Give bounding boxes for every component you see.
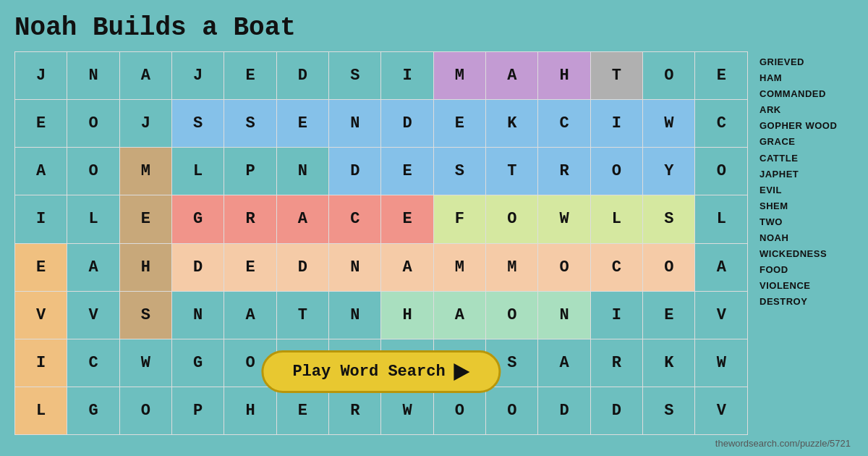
grid-cell: N — [172, 291, 224, 339]
grid-cell: D — [329, 148, 381, 195]
grid-cell: S — [329, 52, 381, 100]
grid-cell: P — [172, 387, 224, 434]
grid-cell: W — [119, 339, 171, 387]
grid-cell: S — [119, 291, 171, 339]
grid-cell: F — [433, 195, 485, 243]
grid-cell: D — [381, 100, 433, 148]
grid-cell: O — [67, 100, 119, 148]
grid-cell: D — [538, 387, 590, 434]
grid-cell: D — [172, 243, 224, 291]
grid-cell: V — [15, 291, 67, 339]
word-list-item: COMMANDED — [760, 86, 854, 102]
grid-cell: E — [224, 243, 276, 291]
word-list-item: ARK — [760, 102, 854, 118]
grid-cell: S — [643, 195, 695, 243]
grid-cell: I — [590, 291, 642, 339]
word-list: GRIEVEDHAMCOMMANDEDARKGOPHER WOODGRACECA… — [760, 51, 854, 435]
grid-cell: E — [15, 100, 67, 148]
grid-cell: A — [119, 52, 171, 100]
grid-cell: O — [590, 148, 642, 195]
grid-cell: D — [276, 52, 328, 100]
grid-cell: M — [433, 52, 485, 100]
grid-cell: S — [224, 100, 276, 148]
grid-cell: N — [329, 100, 381, 148]
grid-cell: O — [695, 148, 748, 195]
page-title: Noah Builds a Boat — [14, 13, 854, 43]
grid-cell: C — [329, 195, 381, 243]
grid-cell: P — [224, 148, 276, 195]
word-list-item: TWO — [760, 214, 854, 230]
word-list-item: VIOLENCE — [760, 278, 854, 294]
grid-cell: K — [486, 100, 538, 148]
word-list-item: WICKEDNESS — [760, 246, 854, 262]
grid-cell: S — [433, 148, 485, 195]
grid-cell: C — [695, 100, 748, 148]
grid-cell: E — [643, 291, 695, 339]
grid-cell: S — [643, 387, 695, 434]
word-list-item: JAPHET — [760, 166, 854, 182]
play-icon — [454, 363, 470, 381]
grid-cell: N — [276, 148, 328, 195]
grid-cell: E — [119, 195, 171, 243]
grid-cell: W — [538, 195, 590, 243]
grid-cell: J — [172, 52, 224, 100]
play-word-search-button[interactable]: Play Word Search — [261, 350, 501, 393]
play-button-label: Play Word Search — [292, 363, 445, 381]
grid-cell: O — [433, 387, 485, 434]
grid-cell: E — [381, 195, 433, 243]
word-list-item: NOAH — [760, 230, 854, 246]
grid-cell: H — [224, 387, 276, 434]
grid-cell: T — [590, 52, 642, 100]
grid-cell: E — [276, 100, 328, 148]
grid-cell: E — [224, 52, 276, 100]
play-button-overlay[interactable]: Play Word Search — [261, 350, 501, 393]
grid-cell: W — [695, 339, 748, 387]
grid-cell: L — [172, 148, 224, 195]
word-list-item: SHEM — [760, 198, 854, 214]
grid-cell: J — [15, 52, 67, 100]
grid-cell: D — [590, 387, 642, 434]
grid-wrapper: JNAJEDSIMAHTOEEOJSSENDEKCIWCAOMLPNDESTRO… — [14, 51, 748, 435]
grid-cell: L — [67, 195, 119, 243]
main-container: Noah Builds a Boat JNAJEDSIMAHTOEEOJSSEN… — [0, 0, 868, 456]
grid-cell: I — [590, 100, 642, 148]
grid-cell: N — [329, 243, 381, 291]
word-list-item: HAM — [760, 70, 854, 86]
footer-url: thewordsearch.com/puzzle/5721 — [14, 438, 854, 449]
grid-cell: R — [538, 148, 590, 195]
grid-cell: M — [486, 243, 538, 291]
grid-cell: N — [329, 291, 381, 339]
grid-cell: I — [15, 195, 67, 243]
grid-cell: O — [643, 243, 695, 291]
grid-cell: Y — [643, 148, 695, 195]
grid-cell: R — [224, 195, 276, 243]
grid-cell: E — [276, 387, 328, 434]
grid-cell: E — [695, 52, 748, 100]
grid-cell: O — [67, 148, 119, 195]
grid-cell: C — [590, 243, 642, 291]
grid-cell: L — [590, 195, 642, 243]
grid-cell: A — [538, 339, 590, 387]
grid-cell: E — [433, 100, 485, 148]
grid-cell: M — [119, 148, 171, 195]
grid-cell: V — [67, 291, 119, 339]
word-list-item: GRIEVED — [760, 54, 854, 70]
grid-cell: O — [486, 387, 538, 434]
grid-cell: J — [119, 100, 171, 148]
grid-cell: G — [172, 339, 224, 387]
word-list-item: EVIL — [760, 182, 854, 198]
grid-cell: T — [276, 291, 328, 339]
grid-cell: A — [695, 243, 748, 291]
grid-cell: H — [538, 52, 590, 100]
grid-cell: E — [15, 243, 67, 291]
word-list-item: FOOD — [760, 262, 854, 278]
word-list-item: DESTROY — [760, 294, 854, 310]
grid-cell: E — [381, 148, 433, 195]
grid-cell: I — [15, 339, 67, 387]
grid-cell: K — [643, 339, 695, 387]
grid-cell: T — [486, 148, 538, 195]
word-list-item: GRACE — [760, 134, 854, 150]
grid-cell: S — [172, 100, 224, 148]
grid-cell: H — [119, 243, 171, 291]
grid-cell: A — [381, 243, 433, 291]
